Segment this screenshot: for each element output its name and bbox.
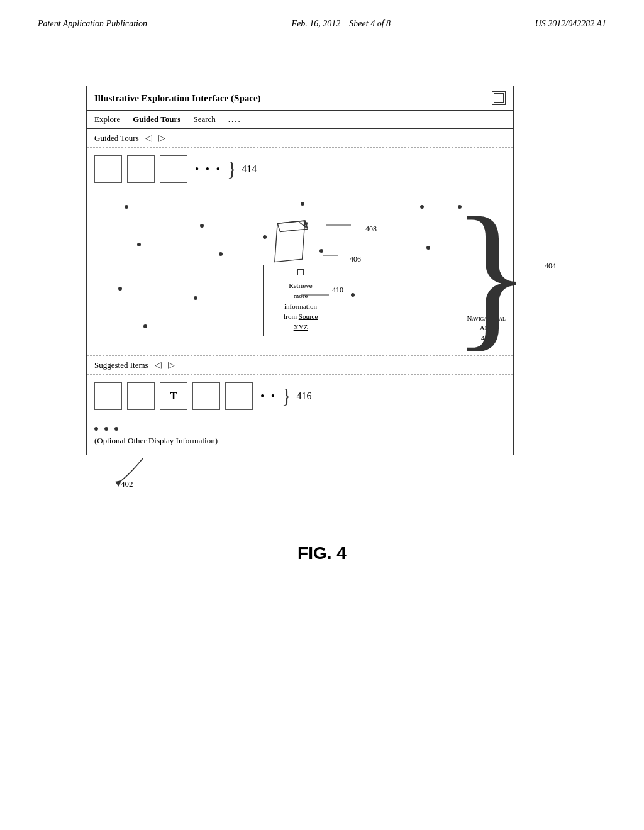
nav-explore[interactable]: Explore <box>94 114 120 124</box>
suggested-next-arrow[interactable]: ▷ <box>168 360 175 370</box>
thumbnail-3[interactable] <box>160 155 187 183</box>
optional-area: (Optional Other Display Information) <box>87 419 513 455</box>
next-arrow[interactable]: ▷ <box>158 133 165 143</box>
nav-bar: Explore Guided Tours Search .... <box>87 111 513 129</box>
guided-tours-row: Guided Tours ◁ ▷ <box>87 129 513 148</box>
dot-2 <box>200 224 204 228</box>
label-406: 406 <box>323 249 361 264</box>
nav-search[interactable]: Search <box>193 114 215 124</box>
header-date-sheet: Feb. 16, 2012 Sheet 4 of 8 <box>292 19 391 29</box>
title-bar: Illustrative Exploration Interface (Spac… <box>87 86 513 111</box>
suggested-thumbnail-4[interactable] <box>192 382 220 410</box>
nav-guided-tours[interactable]: Guided Tours <box>133 114 180 124</box>
diagram-wrapper: Illustrative Exploration Interface (Spac… <box>86 86 558 493</box>
header-publication: Patent Application Publication <box>38 19 147 29</box>
suggested-items-label: Suggested Items <box>94 360 148 370</box>
header-patent-number: US 2012/042282 A1 <box>535 19 606 29</box>
thumbnail-1[interactable] <box>94 155 122 183</box>
suggested-items-row: Suggested Items ◁ ▷ <box>87 356 513 375</box>
diagram-container: Illustrative Exploration Interface (Spac… <box>0 86 644 493</box>
dot-9 <box>426 246 430 250</box>
dot-13 <box>143 324 147 328</box>
label-404: 404 <box>545 262 556 271</box>
tooltip-xyz[interactable]: XYZ <box>294 323 308 331</box>
label-416: 416 <box>296 390 311 402</box>
ui-box-402: Illustrative Exploration Interface (Spac… <box>86 86 514 455</box>
window-icon <box>492 91 506 105</box>
opt-dot-2 <box>104 427 108 431</box>
tooltip-checkbox <box>297 269 304 275</box>
brace-416: } <box>282 386 291 406</box>
dot-14 <box>263 235 267 239</box>
dot-7 <box>219 252 223 256</box>
suggested-more-dots: • • <box>260 390 277 403</box>
opt-dot-1 <box>94 427 98 431</box>
suggested-thumbnail-t[interactable]: T <box>160 382 187 410</box>
header-date: Feb. 16, 2012 <box>292 19 341 28</box>
label-402-area: 402 <box>86 455 558 493</box>
label-402: 402 <box>121 479 133 489</box>
dot-11 <box>194 296 197 300</box>
title-text: Illustrative Exploration Interface (Spac… <box>94 93 261 104</box>
brace-414: } <box>227 159 236 179</box>
arrow-402-svg <box>105 455 180 490</box>
tooltip-information: information <box>284 302 317 310</box>
content-area-404: 408 406 Retrieve more information from S… <box>87 192 513 356</box>
opt-dot-3 <box>114 427 118 431</box>
label-408: 408 <box>326 219 377 234</box>
header-sheet: Sheet 4 of 8 <box>349 19 391 28</box>
suggested-prev-arrow[interactable]: ◁ <box>155 360 162 370</box>
thumbnail-row-414: • • • } 414 <box>87 148 513 192</box>
suggested-thumbnail-5[interactable] <box>225 382 253 410</box>
tooltip-retrieve: Retrieve <box>289 282 312 289</box>
brace-404: } <box>452 192 531 356</box>
figure-caption: FIG. 4 <box>0 543 644 563</box>
thumbnail-more-dots: • • • <box>195 163 222 176</box>
suggested-thumbnail-2[interactable] <box>127 382 155 410</box>
dot-12 <box>351 293 355 297</box>
dot-6 <box>137 243 141 246</box>
guided-tours-label: Guided Tours <box>94 133 139 143</box>
label-410: 410 <box>332 285 343 295</box>
dot-1 <box>125 205 128 209</box>
nav-more[interactable]: .... <box>228 114 242 124</box>
prev-arrow[interactable]: ◁ <box>145 133 152 143</box>
svg-marker-1 <box>277 221 308 232</box>
label-414: 414 <box>242 163 257 175</box>
dot-10 <box>118 287 122 290</box>
book-icon-408 <box>269 218 313 270</box>
svg-marker-0 <box>275 221 305 262</box>
dot-4 <box>420 205 424 209</box>
suggested-thumb-row-416: T • • } 416 <box>87 375 513 419</box>
dot-3 <box>301 202 304 206</box>
thumbnail-2[interactable] <box>127 155 155 183</box>
suggested-thumbnail-1[interactable] <box>94 382 122 410</box>
three-dots <box>94 427 506 431</box>
tooltip-from: from Source <box>284 313 318 320</box>
page-header: Patent Application Publication Feb. 16, … <box>0 0 644 35</box>
tooltip-source[interactable]: Source <box>299 313 318 320</box>
optional-text: (Optional Other Display Information) <box>94 436 506 446</box>
